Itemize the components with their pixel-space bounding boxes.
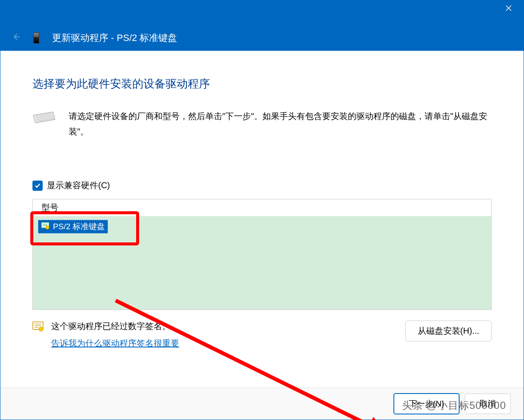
dialog-window: 更新驱动程序 - PS/2 标准键盘 选择要为此硬件安装的设备驱动程序 请选定硬… — [0, 0, 524, 420]
signature-help-link[interactable]: 告诉我为什么驱动程序签名很重要 — [51, 338, 179, 348]
content-area: 选择要为此硬件安装的设备驱动程序 请选定硬件设备的厂商和型号，然后单击"下一步"… — [0, 51, 524, 388]
footer-row: 这个驱动程序已经过数字签名。 告诉我为什么驱动程序签名很重要 从磁盘安装(H).… — [32, 321, 492, 349]
signature-icon — [32, 321, 44, 349]
have-disk-button[interactable]: 从磁盘安装(H)... — [405, 321, 492, 341]
compatible-checkbox-row[interactable]: 显示兼容硬件(C) — [32, 180, 492, 191]
checkbox-icon — [32, 181, 43, 191]
titlebar — [0, 0, 524, 25]
svg-point-16 — [39, 327, 43, 331]
back-arrow-icon[interactable] — [11, 32, 20, 44]
list-body: PS/2 标准键盘 — [33, 216, 491, 309]
header-row: 更新驱动程序 - PS/2 标准键盘 — [0, 25, 524, 51]
keyboard-icon — [32, 111, 56, 124]
page-heading: 选择要为此硬件安装的设备驱动程序 — [32, 76, 492, 91]
compatible-checkbox-label: 显示兼容硬件(C) — [47, 180, 110, 191]
signature-info: 这个驱动程序已经过数字签名。 告诉我为什么驱动程序签名很重要 — [32, 321, 179, 349]
cancel-button[interactable]: 取消 — [465, 394, 511, 414]
signature-message: 这个驱动程序已经过数字签名。 — [51, 321, 179, 332]
instruction-text: 请选定硬件设备的厂商和型号，然后单击"下一步"。如果手头有包含要安装的驱动程序的… — [69, 108, 492, 139]
next-button[interactable]: 下一步(N) — [393, 393, 460, 414]
list-item[interactable]: PS/2 标准键盘 — [38, 220, 108, 233]
window-title: 更新驱动程序 - PS/2 标准键盘 — [52, 32, 177, 44]
button-bar: 下一步(N) 取消 — [0, 388, 524, 420]
list-item-label: PS/2 标准键盘 — [53, 221, 105, 232]
list-header-model[interactable]: 型号 — [33, 199, 491, 216]
instruction-row: 请选定硬件设备的厂商和型号，然后单击"下一步"。如果手头有包含要安装的驱动程序的… — [32, 108, 492, 139]
close-button[interactable] — [494, 0, 524, 18]
certificate-icon — [41, 222, 49, 231]
device-icon — [33, 32, 39, 44]
svg-point-11 — [46, 226, 49, 229]
close-icon — [505, 5, 512, 13]
model-list: 型号 PS/2 标准键盘 — [32, 199, 492, 310]
